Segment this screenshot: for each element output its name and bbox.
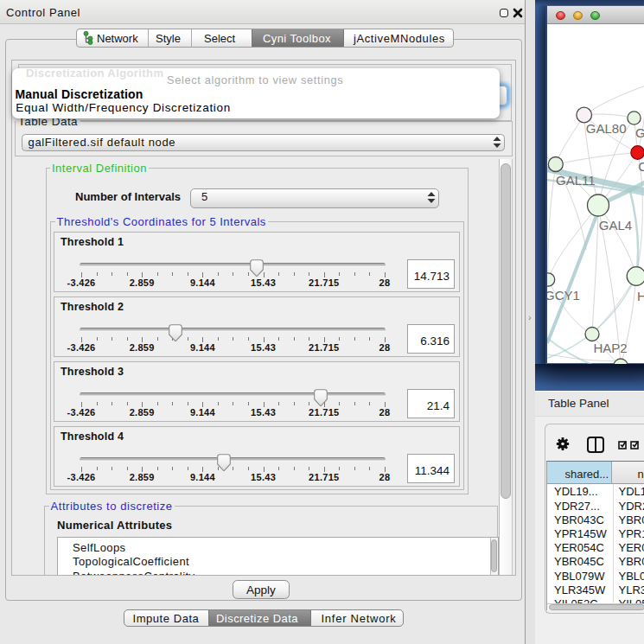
svg-text:HAP2: HAP2 (593, 341, 627, 355)
svg-text:GA: GA (635, 124, 644, 139)
svg-text:GAL4: GAL4 (599, 217, 632, 232)
svg-text:GAL80: GAL80 (586, 121, 627, 136)
svg-text:CY: CY (638, 159, 644, 174)
svg-text:HI: HI (637, 288, 644, 303)
svg-text:GCY1: GCY1 (547, 287, 580, 302)
svg-text:GAL11: GAL11 (556, 172, 596, 187)
